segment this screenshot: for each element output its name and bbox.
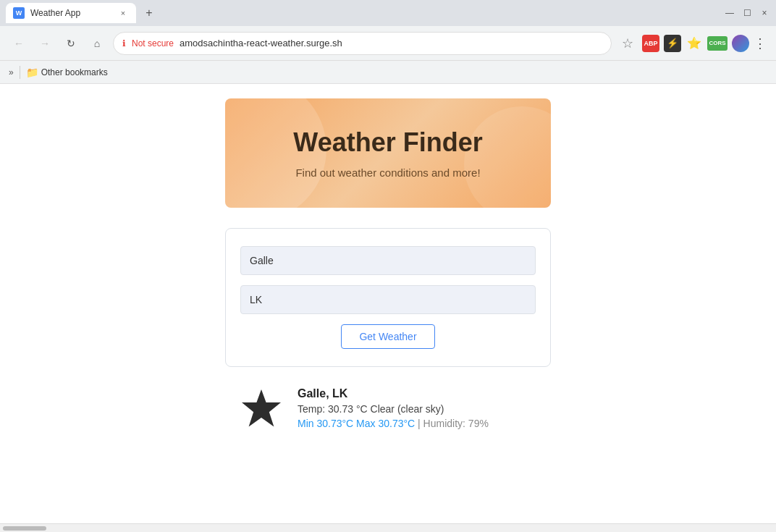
country-input[interactable] [240, 285, 536, 314]
weather-result: Galle, LK Temp: 30.73 °C Clear (clear sk… [225, 387, 551, 434]
weather-humidity-label: Humidity: [423, 418, 465, 429]
weather-humidity-val: 79% [468, 418, 489, 429]
forward-button[interactable]: → [35, 33, 55, 54]
folder-icon: 📁 [26, 67, 38, 78]
url-display: amodsachintha-react-weather.surge.sh [180, 38, 342, 48]
home-button[interactable]: ⌂ [87, 33, 107, 54]
browser-frame: W Weather App × + — ☐ × ← → ↻ ⌂ ℹ Not se… [0, 0, 776, 532]
city-input[interactable] [240, 246, 536, 275]
restore-button[interactable]: ☐ [741, 7, 753, 19]
weather-details: Min 30.73°C Max 30.73°C | Humidity: 79% [298, 418, 489, 429]
bookmarks-bar: » 📁 Other bookmarks [0, 61, 776, 84]
adblock-button[interactable]: ABP [642, 35, 659, 52]
browser-tab[interactable]: W Weather App × [6, 3, 136, 23]
tab-bar: W Weather App × + [6, 3, 721, 23]
other-bookmarks[interactable]: 📁 Other bookmarks [26, 67, 108, 78]
tab-close-button[interactable]: × [117, 7, 129, 19]
scrollbar-area[interactable] [0, 523, 776, 532]
weather-condition-icon [240, 387, 283, 431]
title-bar: W Weather App × + — ☐ × [0, 0, 776, 26]
more-menu-button[interactable]: ⋮ [754, 35, 767, 51]
weather-info: Galle, LK Temp: 30.73 °C Clear (clear sk… [298, 387, 489, 429]
bookmarks-more-button[interactable]: » [9, 67, 14, 77]
form-card: Get Weather [225, 228, 551, 367]
weather-max-value: 30.73°C [378, 418, 415, 429]
other-bookmarks-label: Other bookmarks [41, 67, 108, 77]
hero-subtitle: Find out weather conditions and more! [240, 166, 536, 179]
weather-icon-container [240, 387, 283, 434]
cors-button[interactable]: CORS [707, 36, 728, 51]
weather-pipe: | [418, 418, 423, 429]
bookmarks-divider [20, 66, 20, 79]
get-weather-button[interactable]: Get Weather [341, 324, 434, 349]
weather-city: Galle, LK [298, 387, 489, 400]
hero-title: Weather Finder [240, 127, 536, 158]
back-button[interactable]: ← [9, 33, 29, 54]
weather-temp: Temp: 30.73 °C Clear (clear sky) [298, 403, 489, 415]
minimize-button[interactable]: — [724, 7, 735, 19]
close-button[interactable]: × [759, 7, 770, 19]
scrollbar-thumb[interactable] [3, 526, 46, 531]
nav-bar: ← → ↻ ⌂ ℹ Not secure amodsachintha-react… [0, 26, 776, 61]
nav-right: ☆ ABP ⚡ ⭐ CORS ⋮ [617, 33, 767, 54]
tab-title: Weather App [30, 8, 80, 18]
page-content: Weather Finder Find out weather conditio… [0, 84, 776, 523]
new-tab-button[interactable]: + [139, 3, 159, 23]
weather-max-label: Max [356, 418, 375, 429]
star-badge-button[interactable]: ⭐ [686, 35, 703, 52]
weather-min-val: 30.73°C [316, 418, 353, 429]
not-secure-label: Not secure [132, 38, 174, 48]
bookmark-star-button[interactable]: ☆ [617, 33, 638, 54]
reload-button[interactable]: ↻ [61, 33, 81, 54]
tab-favicon: W [13, 7, 25, 19]
hero-banner: Weather Finder Find out weather conditio… [225, 98, 551, 208]
svg-marker-0 [242, 389, 281, 427]
weather-min-label: Min [298, 418, 314, 429]
address-bar[interactable]: ℹ Not secure amodsachintha-react-weather… [113, 32, 612, 55]
window-controls: — ☐ × [724, 7, 770, 19]
avatar-button[interactable] [732, 35, 749, 52]
lock-icon: ℹ [122, 38, 126, 48]
bolt-button[interactable]: ⚡ [664, 35, 681, 52]
